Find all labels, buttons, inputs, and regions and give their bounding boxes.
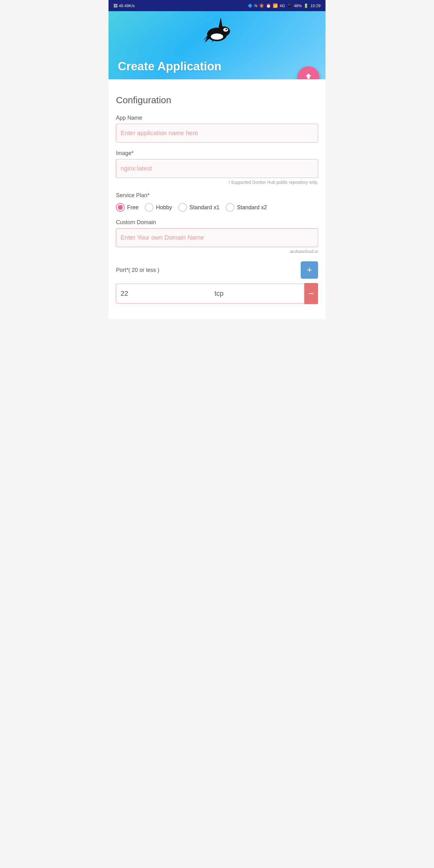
wifi-icon: 📶	[273, 3, 278, 8]
service-plan-group: Service Plan* Free Hobby Standard x1	[116, 192, 318, 212]
port-number-input[interactable]	[116, 284, 210, 304]
time-display: 15:29	[310, 3, 320, 8]
image-label: Image*	[116, 150, 318, 157]
radio-std-x1-label: Standard x1	[189, 204, 219, 211]
service-plan-standard-x2[interactable]: Standard x2	[226, 203, 267, 212]
nfc-icon: N	[254, 3, 257, 8]
image-input[interactable]	[116, 159, 318, 178]
service-plan-hobby[interactable]: Hobby	[145, 203, 172, 212]
image-icon: 🖼	[114, 3, 118, 8]
radio-hobby-circle	[145, 203, 153, 212]
image-hint: ! Supported Docker Hub public repository…	[116, 180, 318, 185]
radio-std-x2-circle	[226, 203, 235, 212]
status-bar-right: 🔷 N 🔇 ⏰ 📶 4G 📱 48% 🔋 15:29	[248, 3, 320, 8]
port-label: Port*( 20 or less )	[116, 267, 159, 273]
custom-domain-hint: .arukascloud.io	[116, 249, 318, 254]
service-plan-label: Service Plan*	[116, 192, 318, 199]
custom-domain-label: Custom Domain	[116, 219, 318, 226]
service-plan-standard-x1[interactable]: Standard x1	[178, 203, 219, 212]
service-plan-free[interactable]: Free	[116, 203, 138, 212]
signal-icon: 📱	[287, 3, 292, 8]
custom-domain-input[interactable]	[116, 228, 318, 247]
radio-std-x1-circle	[178, 203, 187, 212]
remove-port-button[interactable]: −	[304, 283, 318, 304]
status-bar: 🖼 46.49K/s 🔷 N 🔇 ⏰ 📶 4G 📱 48% 🔋 15:29	[108, 0, 326, 11]
add-port-button[interactable]: +	[301, 261, 318, 279]
service-plan-options: Free Hobby Standard x1 Standard x2	[116, 203, 318, 212]
svg-point-7	[211, 33, 223, 40]
whale-logo	[198, 14, 236, 53]
network-speed: 46.49K/s	[119, 3, 134, 8]
battery-icon: 🔋	[304, 3, 308, 8]
app-name-input[interactable]	[116, 124, 318, 143]
radio-std-x2-label: Standard x2	[237, 204, 267, 211]
radio-hobby-label: Hobby	[156, 204, 172, 211]
port-group: Port*( 20 or less ) + −	[116, 261, 318, 304]
app-header: Create Application	[108, 11, 326, 80]
network-type: 4G	[280, 3, 285, 8]
status-bar-left: 🖼 46.49K/s	[114, 3, 134, 8]
port-protocol-input[interactable]	[210, 284, 304, 304]
alarm-icon: ⏰	[266, 3, 271, 8]
app-name-label: App Name	[116, 115, 318, 121]
custom-domain-group: Custom Domain .arukascloud.io	[116, 219, 318, 254]
battery-level: 48%	[293, 3, 302, 8]
mute-icon: 🔇	[259, 3, 264, 8]
svg-marker-4	[219, 18, 223, 28]
radio-free-label: Free	[127, 204, 138, 211]
main-content: Configuration App Name Image* ! Supporte…	[108, 80, 326, 319]
bluetooth-icon: 🔷	[248, 3, 253, 8]
page-title: Create Application	[118, 60, 221, 73]
radio-free-circle	[116, 203, 125, 212]
app-name-group: App Name	[116, 115, 318, 143]
image-group: Image* ! Supported Docker Hub public rep…	[116, 150, 318, 185]
radio-free-inner	[118, 205, 123, 210]
port-row-0: −	[116, 283, 318, 304]
svg-point-3	[226, 29, 227, 30]
port-header: Port*( 20 or less ) +	[116, 261, 318, 279]
configuration-title: Configuration	[116, 95, 318, 105]
